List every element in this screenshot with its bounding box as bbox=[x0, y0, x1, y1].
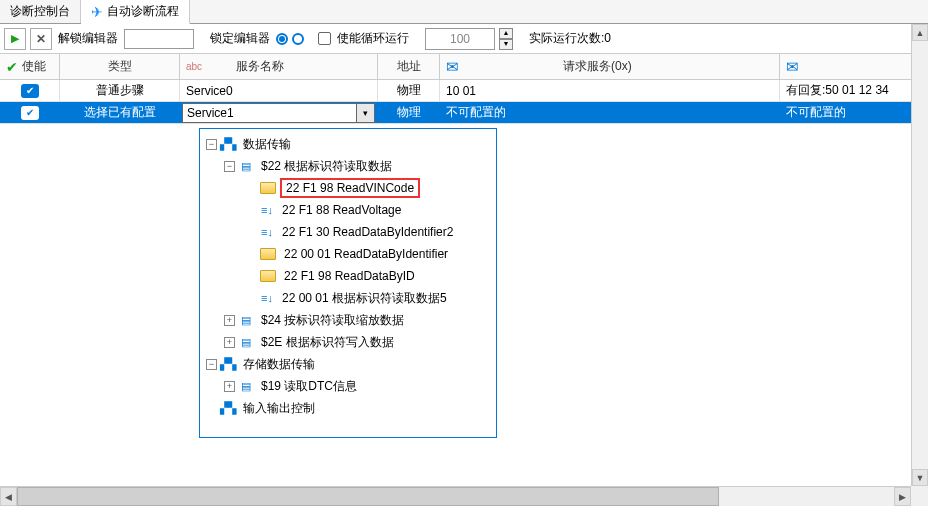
stop-button[interactable]: ✕ bbox=[30, 28, 52, 50]
row-addr: 物理 bbox=[397, 82, 421, 99]
tree-node[interactable]: −▞▚存储数据传输 bbox=[206, 353, 496, 375]
expand-icon[interactable]: + bbox=[224, 381, 235, 392]
tree-node[interactable]: ≡↓22 F1 88 ReadVoltage bbox=[206, 199, 496, 221]
abc-icon: abc bbox=[186, 61, 202, 72]
unlock-editor-label: 解锁编辑器 bbox=[56, 30, 120, 47]
grid-header: ✔使能 类型 abc服务名称 地址 ✉请求服务(0x) ✉ bbox=[0, 54, 928, 80]
col-req-label: 请求服务(0x) bbox=[563, 58, 632, 75]
tree-node[interactable]: 22 00 01 ReadDataByIdentifier bbox=[206, 243, 496, 265]
grid-row[interactable]: ✔ 普通步骤 Service0 物理 10 01 有回复:50 01 12 34 bbox=[0, 80, 928, 102]
item-icon bbox=[260, 270, 276, 282]
arrow-icon: ≡↓ bbox=[260, 226, 274, 238]
lock-radio-on[interactable] bbox=[276, 33, 288, 45]
tree-node[interactable]: ≡↓22 F1 30 ReadDataByIdentifier2 bbox=[206, 221, 496, 243]
row-type: 普通步骤 bbox=[96, 82, 144, 99]
toolbar: ▶ ✕ 解锁编辑器 锁定编辑器 使能循环运行 ▲▼ 实际运行次数:0 bbox=[0, 24, 928, 54]
tree-node[interactable]: ≡↓22 00 01 根据标识符读取数据5 bbox=[206, 287, 496, 309]
loop-count-spinner[interactable]: ▲▼ bbox=[499, 28, 513, 50]
lock-radio-off[interactable] bbox=[292, 33, 304, 45]
row-enable-check[interactable]: ✔ bbox=[21, 84, 39, 98]
folder-icon: ▤ bbox=[239, 336, 253, 348]
tree-node[interactable]: +▤$19 读取DTC信息 bbox=[206, 375, 496, 397]
row-enable-check[interactable]: ✔ bbox=[21, 106, 39, 120]
collapse-icon[interactable]: − bbox=[224, 161, 235, 172]
scroll-corner bbox=[911, 486, 928, 506]
lock-editor-label: 锁定编辑器 bbox=[208, 30, 272, 47]
row-type: 选择已有配置 bbox=[84, 104, 156, 121]
tree-node[interactable]: −▤$22 根据标识符读取数据 bbox=[206, 155, 496, 177]
col-type-label: 类型 bbox=[108, 58, 132, 75]
tree-node[interactable]: +▤$24 按标识符读取缩放数据 bbox=[206, 309, 496, 331]
actual-run-label: 实际运行次数:0 bbox=[527, 30, 613, 47]
row-resp: 不可配置的 bbox=[786, 104, 846, 121]
envelope-icon: ✉ bbox=[786, 58, 799, 76]
row-req: 10 01 bbox=[446, 84, 476, 98]
tree-node[interactable]: 22 F1 98 ReadDataByID bbox=[206, 265, 496, 287]
row-addr: 物理 bbox=[397, 104, 421, 121]
tree-node[interactable]: −▞▚数据传输 bbox=[206, 133, 496, 155]
scroll-left-icon[interactable]: ◀ bbox=[0, 487, 17, 506]
loop-count-input[interactable] bbox=[425, 28, 495, 50]
group-icon: ▞▚ bbox=[221, 402, 235, 414]
loop-label: 使能循环运行 bbox=[335, 30, 411, 47]
tab-console[interactable]: 诊断控制台 bbox=[0, 0, 81, 23]
collapse-icon[interactable]: − bbox=[206, 359, 217, 370]
loop-checkbox[interactable] bbox=[318, 32, 331, 45]
horizontal-scrollbar[interactable]: ◀ ▶ bbox=[0, 486, 911, 506]
chevron-down-icon[interactable]: ▾ bbox=[356, 104, 374, 122]
row-req: 不可配置的 bbox=[446, 104, 506, 121]
scroll-down-icon[interactable]: ▼ bbox=[912, 469, 928, 486]
group-icon: ▞▚ bbox=[221, 138, 235, 150]
item-icon bbox=[260, 248, 276, 260]
col-service-label: 服务名称 bbox=[236, 58, 284, 75]
row-service: Service0 bbox=[186, 84, 233, 98]
expand-icon[interactable]: + bbox=[224, 337, 235, 348]
tree-node[interactable]: +▤$2E 根据标识符写入数据 bbox=[206, 331, 496, 353]
tab-bar: 诊断控制台 ✈自动诊断流程 bbox=[0, 0, 928, 24]
vertical-scrollbar[interactable]: ▲ ▼ bbox=[911, 24, 928, 486]
send-icon: ✈ bbox=[91, 4, 103, 20]
collapse-icon[interactable]: − bbox=[206, 139, 217, 150]
folder-icon: ▤ bbox=[239, 380, 253, 392]
tab-auto-flow[interactable]: ✈自动诊断流程 bbox=[81, 0, 190, 24]
service-combo-input[interactable] bbox=[183, 104, 356, 122]
check-icon: ✔ bbox=[6, 59, 18, 75]
arrow-icon: ≡↓ bbox=[260, 292, 274, 304]
play-icon: ▶ bbox=[11, 32, 19, 45]
folder-icon: ▤ bbox=[239, 314, 253, 326]
service-combo[interactable]: ▾ bbox=[182, 103, 375, 123]
col-enable-label: 使能 bbox=[22, 58, 46, 75]
row-resp: 有回复:50 01 12 34 bbox=[786, 82, 889, 99]
run-button[interactable]: ▶ bbox=[4, 28, 26, 50]
scroll-right-icon[interactable]: ▶ bbox=[894, 487, 911, 506]
tree-node[interactable]: ▞▚输入输出控制 bbox=[206, 397, 496, 419]
scroll-thumb[interactable] bbox=[17, 487, 719, 506]
col-addr-label: 地址 bbox=[397, 58, 421, 75]
envelope-icon: ✉ bbox=[446, 58, 459, 76]
expand-icon[interactable]: + bbox=[224, 315, 235, 326]
service-tree-popup: −▞▚数据传输 −▤$22 根据标识符读取数据 22 F1 98 ReadVIN… bbox=[199, 128, 497, 438]
group-icon: ▞▚ bbox=[221, 358, 235, 370]
tree-node-readvincode[interactable]: 22 F1 98 ReadVINCode bbox=[206, 177, 496, 199]
x-icon: ✕ bbox=[36, 32, 46, 46]
arrow-icon: ≡↓ bbox=[260, 204, 274, 216]
scroll-up-icon[interactable]: ▲ bbox=[912, 24, 928, 41]
grid-row-selected[interactable]: ✔ 选择已有配置 ▾ 物理 不可配置的 不可配置的 bbox=[0, 102, 928, 124]
folder-icon: ▤ bbox=[239, 160, 253, 172]
editor-field[interactable] bbox=[124, 29, 194, 49]
item-icon bbox=[260, 182, 276, 194]
